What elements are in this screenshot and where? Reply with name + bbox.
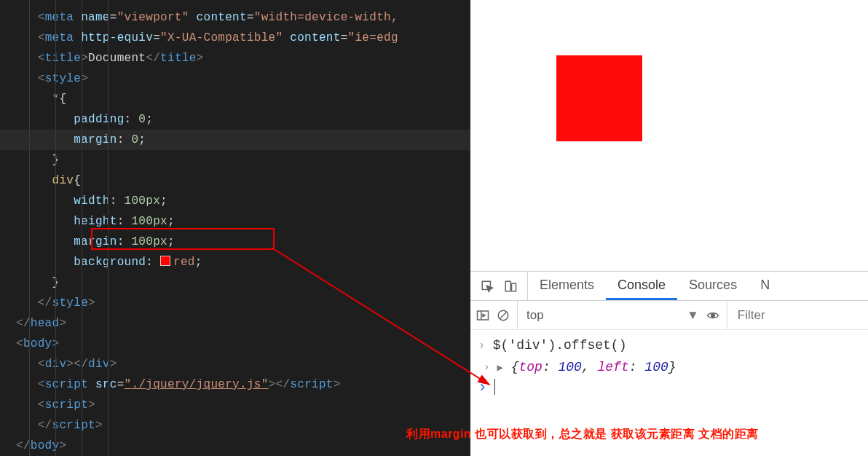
browser-viewport	[470, 0, 868, 271]
code-line[interactable]: <meta http-equiv="X-UA-Compatible" conte…	[0, 28, 470, 48]
code-line[interactable]: </script>	[0, 415, 470, 436]
annotation-text: 利用margin 也可以获取到，总之就是 获取该元素距离 文档的距离	[406, 427, 759, 442]
tab-console[interactable]: Console	[606, 272, 677, 300]
console-input-line: › $('div').offset()	[476, 334, 862, 356]
code-line[interactable]: }	[0, 272, 470, 293]
code-line[interactable]: <body>	[0, 334, 470, 354]
code-line[interactable]: padding: 0;	[0, 109, 470, 130]
expand-triangle-icon[interactable]: ▶	[497, 362, 502, 374]
svg-line-6	[500, 312, 507, 318]
code-line[interactable]: *{	[0, 89, 470, 109]
execution-context-selector[interactable]: top ▼	[517, 301, 699, 329]
code-line[interactable]: div{	[0, 170, 470, 191]
color-swatch-icon	[160, 256, 170, 266]
svg-point-7	[711, 313, 715, 317]
code-line[interactable]: <script>	[0, 395, 470, 415]
code-line[interactable]: </body>	[0, 436, 470, 456]
browser-pane: Elements Console Sources N top ▼ › $('di…	[470, 0, 868, 456]
tab-elements[interactable]: Elements	[528, 272, 606, 300]
console-body[interactable]: › $('div').offset() ‹ ▶ {top: 100, left:…	[470, 330, 868, 402]
input-arrow-icon: ›	[478, 334, 486, 356]
live-expression-icon[interactable]	[706, 309, 719, 322]
console-sidebar-toggle-icon[interactable]	[476, 309, 489, 322]
inspect-element-icon[interactable]	[481, 280, 494, 293]
console-input-expression: $('div').offset()	[493, 334, 627, 356]
code-line[interactable]: margin: 0;	[0, 130, 470, 150]
filter-input[interactable]	[738, 308, 803, 323]
prompt-arrow-icon: ›	[478, 379, 487, 398]
code-line[interactable]: background: red;	[0, 252, 470, 272]
tab-more[interactable]: N	[749, 272, 781, 300]
devtools-tabs: Elements Console Sources N	[470, 272, 868, 301]
console-result-line: ‹ ▶ {top: 100, left: 100}	[476, 356, 862, 379]
code-line[interactable]: <script src="./jquery/jquery.js"></scrip…	[0, 374, 470, 395]
code-editor[interactable]: <meta name="viewport" content="width=dev…	[0, 0, 470, 456]
clear-console-icon[interactable]	[497, 309, 510, 322]
code-line[interactable]: <style>	[0, 68, 470, 89]
code-line[interactable]: </head>	[0, 313, 470, 334]
console-toolbar: top ▼	[470, 301, 868, 330]
console-prompt-line[interactable]: ›	[476, 379, 862, 398]
code-line[interactable]: <meta name="viewport" content="width=dev…	[0, 7, 470, 28]
code-line[interactable]: <div></div>	[0, 354, 470, 374]
chevron-down-icon: ▼	[687, 308, 699, 323]
code-line[interactable]: }	[0, 150, 470, 170]
code-line[interactable]: height: 100px;	[0, 211, 470, 232]
result-arrow-icon: ‹	[484, 356, 489, 378]
tab-sources[interactable]: Sources	[677, 272, 749, 300]
code-line[interactable]: </style>	[0, 293, 470, 313]
code-line[interactable]: <title>Document</title>	[0, 48, 470, 68]
device-toolbar-icon[interactable]	[504, 280, 517, 293]
rendered-div-element	[556, 55, 642, 141]
text-cursor	[494, 379, 495, 395]
code-line[interactable]: width: 100px;	[0, 191, 470, 211]
svg-rect-1	[505, 281, 510, 291]
svg-rect-2	[512, 283, 516, 291]
code-line[interactable]: margin: 100px;	[0, 232, 470, 252]
